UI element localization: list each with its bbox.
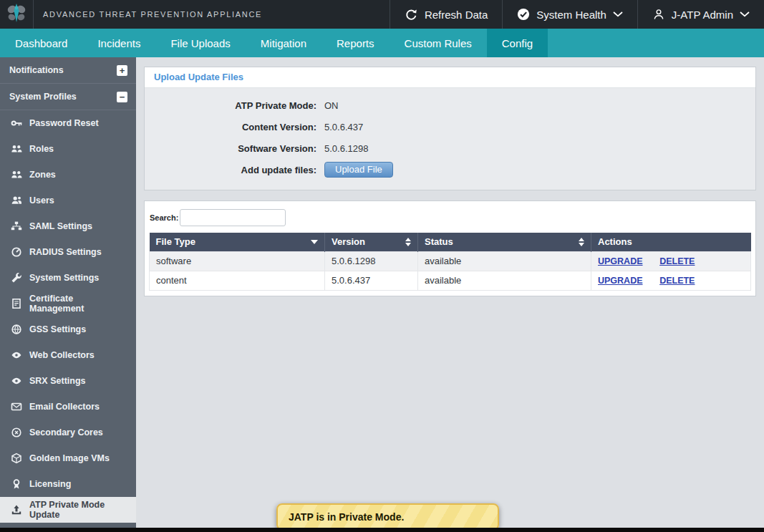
table-row-content: content 5.0.6.437 available UPGRADE DELE…	[150, 271, 751, 291]
config-sidebar: Notifications + System Profiles − Passwo…	[0, 57, 136, 528]
top-bar: ADVANCED THREAT PREVENTION APPLIANCE Ref…	[0, 0, 764, 29]
user-group-icon	[10, 195, 23, 206]
panel-title: Upload Update Files	[145, 67, 755, 88]
sidebar-item-label: Golden Image VMs	[29, 453, 110, 463]
upload-update-files-panel: Upload Update Files ATP Private Mode: ON…	[144, 67, 756, 190]
refresh-data-label: Refresh Data	[425, 9, 488, 21]
cell-actions: UPGRADE DELETE	[591, 271, 751, 291]
cell-version: 5.0.6.437	[325, 271, 418, 291]
delete-link[interactable]: DELETE	[659, 276, 695, 286]
tab-config[interactable]: Config	[487, 29, 548, 57]
field-label: Software Version:	[145, 143, 316, 154]
certificate-icon	[10, 298, 23, 309]
butterfly-logo-icon	[6, 2, 27, 26]
column-header-actions: Actions	[591, 233, 751, 252]
tab-mitigation[interactable]: Mitigation	[246, 29, 321, 57]
upload-file-button[interactable]: Upload File	[324, 162, 393, 178]
sidebar-item-label: Email Collectors	[29, 402, 100, 412]
sidebar-item-roles[interactable]: Roles	[0, 136, 136, 162]
sidebar-item-users[interactable]: Users	[0, 188, 136, 213]
tab-custom-rules[interactable]: Custom Rules	[390, 29, 487, 57]
upgrade-link[interactable]: UPGRADE	[598, 276, 643, 286]
section-label: System Profiles	[9, 92, 77, 102]
main-content: Upload Update Files ATP Private Mode: ON…	[136, 57, 764, 528]
cell-file-type: software	[150, 252, 325, 271]
update-files-table: File Type Version Stat	[149, 233, 751, 291]
sidebar-item-golden-image-vms[interactable]: Golden Image VMs	[0, 445, 136, 471]
collapse-minus-icon[interactable]: −	[117, 92, 127, 102]
field-label: ATP Private Mode:	[145, 100, 316, 111]
app-logo	[0, 0, 34, 29]
eye-icon	[10, 375, 23, 387]
users-icon	[10, 143, 23, 155]
sort-both-icon[interactable]	[579, 238, 584, 246]
sidebar-section-notifications[interactable]: Notifications +	[0, 57, 136, 84]
refresh-data-button[interactable]: Refresh Data	[390, 0, 502, 29]
sitemap-icon	[10, 221, 23, 232]
sidebar-item-gss-settings[interactable]: GSS Settings	[0, 316, 136, 342]
main-nav: Dashboard Incidents File Uploads Mitigat…	[0, 29, 764, 57]
sidebar-item-label: Secondary Cores	[29, 427, 103, 437]
cell-actions: UPGRADE DELETE	[591, 252, 751, 271]
sidebar-section-system-profiles[interactable]: System Profiles −	[0, 84, 136, 110]
eye-icon	[10, 349, 23, 361]
system-health-menu[interactable]: System Health	[502, 0, 637, 29]
search-label: Search:	[150, 213, 178, 222]
envelope-icon	[10, 401, 23, 412]
toast-message: JATP is in Private Mode.	[289, 511, 404, 523]
column-header-version[interactable]: Version	[325, 233, 418, 252]
sidebar-item-saml-settings[interactable]: SAML Settings	[0, 213, 136, 239]
globe-icon	[10, 324, 23, 335]
column-label: Actions	[598, 236, 632, 247]
tab-reports[interactable]: Reports	[321, 29, 390, 57]
health-check-icon	[517, 8, 530, 21]
expand-plus-icon[interactable]: +	[117, 65, 127, 76]
delete-link[interactable]: DELETE	[659, 256, 695, 266]
sidebar-item-srx-settings[interactable]: SRX Settings	[0, 368, 136, 394]
sidebar-item-label: System Settings	[29, 273, 99, 283]
sort-desc-icon[interactable]	[311, 240, 318, 244]
upload-icon	[10, 504, 23, 516]
wrench-icon	[10, 272, 23, 284]
refresh-icon	[405, 8, 418, 21]
column-label: Status	[425, 236, 453, 247]
chevron-down-icon	[740, 11, 750, 17]
system-health-label: System Health	[536, 9, 606, 21]
tab-file-uploads[interactable]: File Uploads	[155, 29, 245, 57]
sort-both-icon[interactable]	[405, 238, 411, 246]
upgrade-link[interactable]: UPGRADE	[598, 256, 643, 266]
sidebar-item-secondary-cores[interactable]: Secondary Cores	[0, 420, 136, 445]
sidebar-item-label: SAML Settings	[29, 221, 92, 231]
column-label: File Type	[156, 236, 195, 247]
sidebar-item-label: RADIUS Settings	[29, 247, 102, 257]
column-label: Version	[332, 236, 365, 247]
search-input[interactable]	[180, 209, 286, 226]
column-header-status[interactable]: Status	[418, 233, 591, 252]
sidebar-item-label: Certificate Management	[29, 294, 129, 314]
chevron-down-icon	[613, 11, 623, 17]
table-row-software: software 5.0.6.1298 available UPGRADE DE…	[150, 252, 751, 271]
core-icon	[10, 427, 23, 438]
field-add-update-files: Add update files: Upload File	[145, 159, 755, 180]
sidebar-item-licensing[interactable]: Licensing	[0, 471, 136, 497]
sidebar-item-system-settings[interactable]: System Settings	[0, 265, 136, 291]
tab-incidents[interactable]: Incidents	[82, 29, 155, 57]
cell-file-type: content	[150, 271, 325, 291]
sidebar-item-radius-settings[interactable]: RADIUS Settings	[0, 239, 136, 265]
sidebar-item-email-collectors[interactable]: Email Collectors	[0, 394, 136, 420]
sidebar-item-web-collectors[interactable]: Web Collectors	[0, 342, 136, 368]
user-account-menu[interactable]: J-ATP Admin	[637, 0, 764, 29]
update-files-table-card: Search: File Type	[144, 200, 756, 296]
sidebar-item-certificate-management[interactable]: Certificate Management	[0, 291, 136, 316]
field-value: 5.0.6.1298	[324, 143, 368, 154]
column-header-file-type[interactable]: File Type	[150, 233, 325, 252]
dial-icon	[10, 246, 23, 258]
sidebar-item-password-reset[interactable]: Password Reset	[0, 110, 136, 136]
sidebar-item-zones[interactable]: Zones	[0, 162, 136, 188]
sidebar-item-atp-private-mode-update[interactable]: ATP Private Mode Update	[0, 497, 136, 523]
field-label: Content Version:	[145, 122, 316, 132]
tab-dashboard[interactable]: Dashboard	[0, 29, 82, 57]
sidebar-item-label: SRX Settings	[29, 376, 86, 386]
private-mode-toast: JATP is in Private Mode.	[276, 503, 499, 531]
award-icon	[10, 478, 23, 490]
